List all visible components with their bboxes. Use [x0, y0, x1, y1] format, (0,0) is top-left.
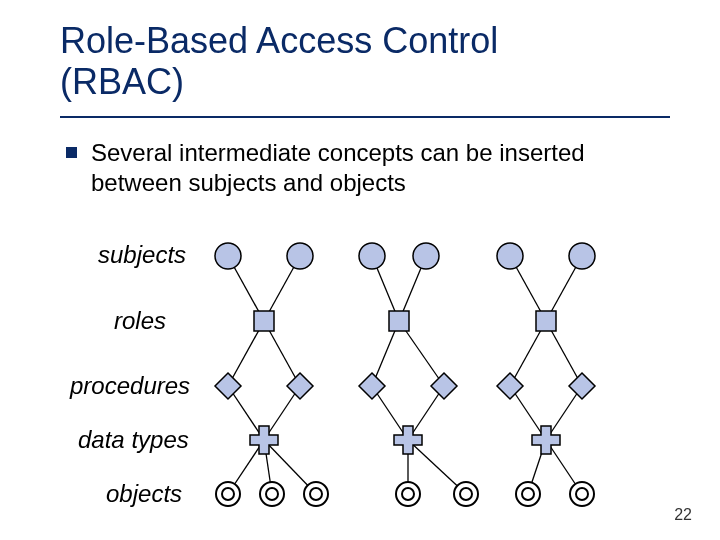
svg-point-44: [222, 488, 234, 500]
svg-marker-39: [569, 373, 595, 399]
svg-point-27: [359, 243, 385, 269]
svg-marker-36: [359, 373, 385, 399]
svg-point-28: [413, 243, 439, 269]
svg-point-30: [569, 243, 595, 269]
svg-marker-42: [532, 426, 560, 454]
page-number: 22: [674, 506, 692, 524]
rbac-diagram: [0, 0, 720, 540]
svg-marker-37: [431, 373, 457, 399]
svg-point-26: [287, 243, 313, 269]
svg-point-46: [266, 488, 278, 500]
svg-point-54: [522, 488, 534, 500]
svg-marker-34: [215, 373, 241, 399]
svg-marker-38: [497, 373, 523, 399]
svg-point-29: [497, 243, 523, 269]
svg-point-25: [215, 243, 241, 269]
svg-point-52: [460, 488, 472, 500]
svg-rect-32: [389, 311, 409, 331]
svg-marker-35: [287, 373, 313, 399]
svg-rect-33: [536, 311, 556, 331]
svg-rect-31: [254, 311, 274, 331]
svg-point-48: [310, 488, 322, 500]
svg-point-56: [576, 488, 588, 500]
svg-point-50: [402, 488, 414, 500]
